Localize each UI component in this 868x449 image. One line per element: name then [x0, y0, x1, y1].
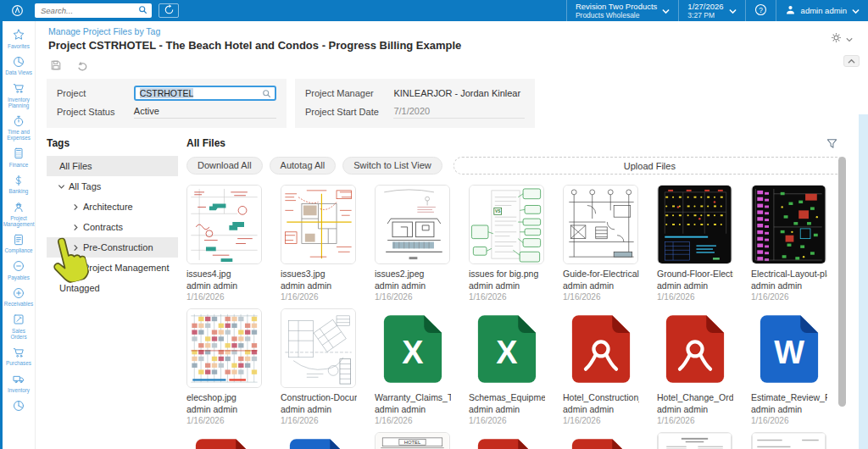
sidebar-item-sales-orders[interactable]: Sales Orders [3, 310, 35, 343]
plan-bw-thumbnail[interactable] [563, 185, 638, 264]
file-card-elecshop-jpg[interactable]: elecshop.jpg admin admin 1/16/2026 [186, 308, 263, 425]
search-icon[interactable] [138, 5, 147, 16]
svg-text:W: W [774, 335, 804, 370]
sidebar-item-compliance[interactable]: Compliance [3, 230, 35, 258]
chevron-right-icon[interactable] [72, 224, 83, 231]
cad-dark-thumbnail[interactable] [657, 185, 732, 264]
sidebar-item-inventory-planning[interactable]: Inventory Planning [3, 79, 35, 112]
notes-green-thumbnail[interactable]: VS [469, 185, 544, 264]
tag-item-untagged[interactable]: Untagged [47, 278, 178, 298]
file-card[interactable]: HOTEL [375, 432, 451, 449]
tag-item-all-tags[interactable]: All Tags [47, 176, 178, 197]
vertical-scrollbar[interactable] [838, 157, 846, 407]
file-card[interactable]: W [281, 432, 357, 449]
lookup-icon[interactable] [262, 89, 271, 98]
sheet-doc-thumbnail[interactable] [751, 432, 826, 449]
filter-icon[interactable] [826, 138, 837, 151]
file-card-warranty-claims-trackin[interactable]: X Warranty_Claims_Trackin... admin admin… [375, 308, 451, 425]
chevron-down-icon[interactable] [58, 183, 69, 191]
chevron-right-icon[interactable] [72, 244, 83, 252]
sidebar-item-receivables[interactable]: Receivables [3, 284, 35, 311]
help-button[interactable]: ? [745, 0, 776, 21]
download-all-button[interactable]: Download All [186, 157, 263, 175]
company-selector[interactable]: Revision Two Products Products Wholesale [566, 0, 678, 21]
sidebar-item-banking[interactable]: Banking [3, 171, 35, 198]
global-search[interactable] [35, 3, 152, 18]
chevron-right-icon[interactable] [72, 203, 83, 211]
undo-button[interactable] [76, 59, 88, 73]
user-name: admin admin [801, 6, 847, 15]
pdf-thumbnail[interactable] [469, 432, 544, 449]
cad-dark2-thumbnail[interactable] [751, 185, 826, 264]
upload-files-dropzone[interactable]: Upload Files [453, 157, 846, 175]
file-card-construction-document1[interactable]: Construction-Document1-... admin admin 1… [281, 308, 357, 425]
file-card[interactable] [563, 432, 639, 449]
word-thumbnail[interactable]: W [281, 432, 356, 449]
sidebar-item-data-views[interactable]: Data Views [3, 53, 35, 80]
date-selector[interactable]: 1/27/2026 3:27 PM [678, 0, 744, 21]
file-card-issues4-jpg[interactable]: issues4.jpg admin admin 1/16/2026 [186, 185, 263, 302]
chevron-down-icon [846, 34, 853, 44]
sidebar-item-project-management[interactable]: Project Management [3, 197, 35, 230]
tag-item-project-management[interactable]: Project Management [47, 258, 178, 278]
project-input[interactable]: CSTRHOTEL [134, 86, 276, 101]
chevron-right-icon[interactable] [72, 264, 83, 272]
file-date: 1/16/2026 [281, 292, 357, 302]
tag-item-all-files[interactable]: All Files [47, 156, 178, 176]
file-card-guide-for-electrical-drawi[interactable]: Guide-for-Electrical-Drawi... admin admi… [563, 185, 639, 302]
switch-list-view-button[interactable]: Switch to List View [342, 157, 442, 175]
screen-settings-button[interactable] [831, 32, 853, 45]
autotag-all-button[interactable]: Autotag All [270, 157, 337, 175]
pdf-thumbnail[interactable] [563, 308, 638, 388]
collapse-form-button[interactable] [843, 55, 860, 67]
file-card[interactable] [657, 432, 733, 449]
file-date: 1/16/2026 [657, 416, 733, 425]
sidebar-item-inventory[interactable]: Inventory [3, 369, 35, 396]
file-card-hotel-change-order-ap[interactable]: Hotel_Change_Order_Ap... admin admin 1/1… [657, 308, 733, 425]
plan-orange-thumbnail[interactable] [281, 185, 356, 264]
tag-item-pre-construction[interactable]: Pre-Construction [47, 237, 178, 258]
pdf-thumbnail[interactable] [657, 308, 732, 388]
user-menu[interactable]: admin admin [776, 0, 868, 21]
file-card[interactable] [469, 432, 545, 449]
file-date: 1/16/2026 [751, 416, 827, 425]
file-card[interactable] [186, 432, 263, 449]
word-thumbnail[interactable]: W [751, 308, 826, 388]
tag-item-contracts[interactable]: Contracts [47, 217, 178, 237]
app-logo-icon[interactable] [11, 4, 24, 17]
sketch-red-thumbnail[interactable] [186, 185, 262, 264]
file-card-issues3-jpg[interactable]: issues3.jpg admin admin 1/16/2026 [281, 185, 357, 302]
sidebar-item-favorites[interactable]: Favorites [3, 25, 35, 53]
file-card-hotel-construction-contr[interactable]: Hotel_Construction_Contr... admin admin … [563, 308, 639, 425]
file-card-estimate-review-report[interactable]: W Estimate_Review_Report... admin admin … [751, 308, 827, 425]
excel-thumbnail[interactable]: X [375, 308, 450, 388]
file-card-issues2-jpeg[interactable]: issues2.jpeg admin admin 1/16/2026 [375, 185, 451, 302]
form-doc-thumbnail[interactable] [657, 432, 732, 449]
sidebar-item-time-and-expenses[interactable]: Time and Expenses [3, 112, 35, 145]
save-button[interactable] [50, 59, 62, 73]
file-card-issues-for-big-png[interactable]: VS issues for big.png admin admin 1/16/2… [469, 185, 545, 302]
business-date-button[interactable] [159, 3, 179, 18]
tag-item-architecture[interactable]: Architecture [47, 197, 178, 217]
siteplan-thumbnail[interactable] [281, 308, 356, 388]
excel-thumbnail[interactable]: X [469, 308, 544, 388]
left-edge-strip [0, 21, 3, 449]
sidebar-item-finance[interactable]: Finance [3, 144, 35, 171]
section-gray-thumbnail[interactable] [375, 185, 450, 264]
breadcrumb[interactable]: Manage Project Files by Tag [48, 26, 160, 36]
file-card-electrical-layout-plans-c[interactable]: Electrical-Layout-plans-C... admin admin… [751, 185, 827, 302]
sidebar-item-payables[interactable]: Payables [3, 257, 35, 284]
sidebar-item-purchases[interactable]: Purchases [3, 343, 35, 370]
file-card-ground-floor-electrical-in[interactable]: Ground-Floor-Electrical-In... admin admi… [657, 185, 733, 302]
colorplan-thumbnail[interactable] [186, 308, 262, 388]
pdf-thumbnail[interactable] [186, 432, 262, 449]
file-card-schemas-equipment-lis[interactable]: X Schemas_Equipment_Lis... admin admin 1… [469, 308, 545, 425]
file-card[interactable] [751, 432, 827, 449]
pdf-thumbnail[interactable] [563, 432, 638, 449]
tags-panel: Tags All Files All Tags Architecture Con… [47, 137, 178, 449]
sidebar-item-pie[interactable] [3, 396, 35, 418]
pie-icon [12, 55, 25, 69]
hotel-thumbnail[interactable]: HOTEL [375, 432, 450, 449]
search-input[interactable] [41, 6, 138, 15]
sidebar-item-label: Time and Expenses [3, 129, 34, 141]
